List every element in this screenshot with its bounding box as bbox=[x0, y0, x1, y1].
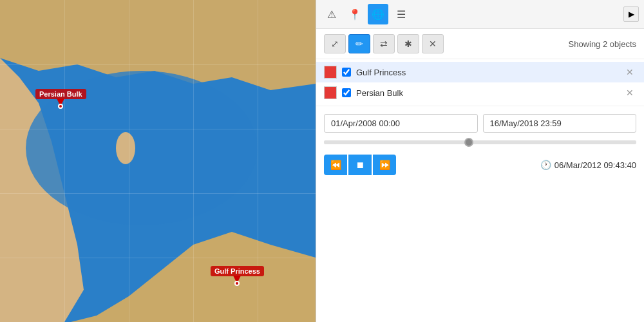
date-range-row bbox=[316, 106, 644, 138]
stop-icon: ⏹ bbox=[355, 160, 365, 170]
panel-toolbar: ⚠ 📍 🌐 ☰ ▶ bbox=[316, 0, 644, 29]
persian-bulk-name: Persian Bulk bbox=[356, 88, 618, 98]
date-end-input[interactable] bbox=[483, 114, 637, 133]
list-tab-btn[interactable]: ☰ bbox=[391, 4, 412, 24]
expand-icon: ▶ bbox=[629, 10, 634, 19]
object-list: Gulf Princess ✕ Persian Bulk ✕ bbox=[316, 59, 644, 106]
current-time-display: 🕐 06/Mar/2012 09:43:40 bbox=[540, 160, 636, 170]
shuffle-icon: ⇄ bbox=[380, 39, 388, 49]
stop-btn[interactable]: ⏹ bbox=[348, 155, 372, 175]
expand-btn[interactable]: ▶ bbox=[623, 6, 639, 22]
gulf-princess-name: Gulf Princess bbox=[356, 68, 618, 77]
resize-btn[interactable]: ⤢ bbox=[324, 34, 346, 53]
gulf-princess-checkbox[interactable] bbox=[342, 68, 351, 77]
playback-row: ⏪ ⏹ ⏩ 🕐 06/Mar/2012 09:43:40 bbox=[316, 149, 644, 180]
rewind-icon: ⏪ bbox=[330, 160, 341, 170]
persian-bulk-label: Persian Bulk bbox=[35, 89, 86, 99]
action-toolbar: ⤢ ✏ ⇄ ✱ ✕ Showing 2 objects bbox=[316, 29, 644, 59]
edit-btn[interactable]: ✏ bbox=[348, 34, 370, 53]
vessel-marker-persian-bulk[interactable]: Persian Bulk bbox=[35, 89, 86, 109]
object-row-gulf-princess[interactable]: Gulf Princess ✕ bbox=[316, 62, 644, 82]
resize-icon: ⤢ bbox=[331, 39, 339, 49]
playback-controls: ⏪ ⏹ ⏩ bbox=[324, 155, 396, 175]
marker-dot bbox=[234, 281, 240, 286]
slider-row bbox=[316, 138, 644, 149]
rewind-btn[interactable]: ⏪ bbox=[324, 155, 347, 175]
slider-fill bbox=[324, 140, 636, 144]
close-all-icon: ✕ bbox=[429, 39, 437, 49]
persian-bulk-checkbox[interactable] bbox=[342, 88, 351, 97]
persian-bulk-color-swatch bbox=[324, 86, 337, 99]
showing-count: Showing 2 objects bbox=[568, 39, 636, 49]
vessel-marker-gulf-princess[interactable]: Gulf Princess bbox=[211, 266, 264, 286]
current-time-value: 06/Mar/2012 09:43:40 bbox=[554, 160, 636, 170]
shuffle-btn[interactable]: ⇄ bbox=[373, 34, 395, 53]
close-all-btn[interactable]: ✕ bbox=[422, 34, 444, 53]
slider-thumb[interactable] bbox=[464, 138, 473, 147]
grid-line bbox=[193, 0, 194, 322]
object-row-persian-bulk[interactable]: Persian Bulk ✕ bbox=[316, 82, 644, 103]
svg-point-5 bbox=[116, 132, 135, 164]
time-slider[interactable] bbox=[324, 140, 636, 144]
gulf-princess-label: Gulf Princess bbox=[211, 266, 264, 276]
globe-tab-btn[interactable]: 🌐 bbox=[368, 4, 388, 24]
map-container: Persian Bulk Gulf Princess ⚠ 📍 🌐 ☰ ▶ ⤢ bbox=[0, 0, 644, 322]
clock-icon: 🕐 bbox=[540, 160, 551, 170]
grid-line bbox=[64, 0, 65, 322]
asterisk-icon: ✱ bbox=[404, 39, 412, 49]
persian-bulk-remove-btn[interactable]: ✕ bbox=[623, 86, 636, 99]
marker-dot bbox=[58, 104, 63, 109]
gulf-princess-remove-btn[interactable]: ✕ bbox=[623, 66, 636, 79]
panel: ⚠ 📍 🌐 ☰ ▶ ⤢ ✏ ⇄ ✱ ✕ bbox=[316, 0, 644, 322]
edit-icon: ✏ bbox=[355, 39, 363, 49]
location-tab-btn[interactable]: 📍 bbox=[345, 4, 365, 24]
forward-icon: ⏩ bbox=[379, 160, 390, 170]
forward-btn[interactable]: ⏩ bbox=[373, 155, 396, 175]
date-start-input[interactable] bbox=[324, 114, 478, 133]
map-svg bbox=[0, 0, 316, 322]
asterisk-btn[interactable]: ✱ bbox=[397, 34, 419, 53]
grid-line bbox=[129, 0, 129, 322]
gulf-princess-color-swatch bbox=[324, 66, 337, 79]
alert-tab-btn[interactable]: ⚠ bbox=[321, 4, 342, 24]
